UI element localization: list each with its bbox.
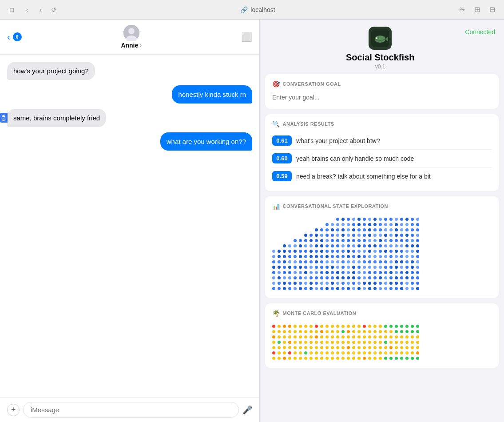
state-dot (310, 287, 313, 290)
chat-header-right: ⬜ (241, 32, 252, 42)
monte-carlo-dot (405, 346, 409, 349)
state-dot (331, 234, 334, 237)
monte-carlo-dot (299, 351, 302, 354)
state-dot (416, 276, 419, 279)
monte-carlo-dot (384, 351, 387, 354)
monte-carlo-dot (331, 357, 334, 360)
state-dot (310, 244, 313, 247)
state-dot (411, 260, 414, 263)
monte-carlo-dot (304, 325, 307, 328)
back-button[interactable]: ‹ (22, 5, 32, 15)
monte-carlo-dot (352, 341, 355, 344)
extensions-icon[interactable]: ✳ (457, 5, 467, 15)
state-dot (315, 239, 318, 242)
state-dot (395, 282, 398, 285)
state-dot (363, 223, 366, 226)
monte-carlo-dot (299, 341, 302, 344)
analysis-text-3: need a break? talk about something else … (296, 173, 431, 180)
monte-carlo-dot (283, 330, 286, 333)
browser-controls: ‹ › ↺ (22, 5, 59, 15)
state-dot (368, 244, 371, 247)
state-dot (363, 244, 366, 247)
state-dot (373, 234, 377, 237)
contact-name[interactable]: Annie › (121, 42, 142, 49)
monte-carlo-dot (272, 357, 275, 360)
monte-carlo-dot (405, 330, 409, 333)
monte-carlo-dot (416, 335, 419, 338)
monte-carlo-dot (310, 351, 313, 354)
state-dot (416, 223, 419, 226)
state-dot (368, 271, 371, 274)
monte-carlo-dot (294, 351, 297, 354)
state-dot (320, 276, 323, 279)
state-dot (395, 276, 398, 279)
state-dot (310, 266, 313, 269)
state-dot (416, 260, 419, 263)
back-button[interactable]: ‹ (7, 32, 10, 42)
app-version: v0.1 (375, 64, 385, 70)
url-text: localhost (250, 6, 275, 13)
state-dot (352, 250, 355, 253)
analysis-title: 🔍 ANALYSIS RESULTS (272, 120, 492, 127)
state-dot (384, 223, 387, 226)
state-dot (272, 260, 275, 263)
message-input[interactable] (23, 402, 239, 418)
state-dot (400, 287, 403, 290)
share-icon[interactable]: ⊞ (472, 5, 482, 15)
monte-carlo-dot (299, 346, 302, 349)
state-dot (384, 260, 387, 263)
monte-carlo-dot (283, 346, 286, 349)
add-attachment-button[interactable]: + (7, 404, 20, 416)
state-dot (416, 250, 419, 253)
analysis-text-1: what's your project about btw? (296, 137, 380, 144)
state-dot (416, 228, 419, 231)
monte-carlo-dot (315, 351, 318, 354)
monte-carlo-dot (411, 335, 414, 338)
monte-carlo-dot (325, 351, 329, 354)
state-dot (368, 250, 371, 253)
state-dot (400, 234, 403, 237)
state-dot (278, 287, 281, 290)
sidebar-toggle-icon[interactable]: ⊡ (7, 5, 17, 15)
monte-carlo-dot (294, 325, 297, 328)
state-dot (341, 255, 345, 258)
goal-input[interactable] (272, 92, 492, 103)
contact-chevron-icon: › (140, 42, 142, 48)
monte-carlo-dot (379, 341, 382, 344)
reload-button[interactable]: ↺ (49, 5, 59, 15)
state-dot (336, 239, 339, 242)
monte-carlo-dot (389, 330, 393, 333)
state-dot (368, 228, 371, 231)
state-dot (331, 239, 334, 242)
monte-carlo-dot (416, 330, 419, 333)
forward-button[interactable]: › (36, 5, 45, 15)
app-header: Social Stockfish v0.1 Connected (260, 20, 504, 74)
state-dot (384, 276, 387, 279)
monte-carlo-dot (310, 325, 313, 328)
message-row: what are you working on?? (7, 132, 252, 151)
state-dot (347, 282, 350, 285)
state-dot (347, 287, 350, 290)
state-dot (294, 276, 297, 279)
monte-carlo-dot (304, 341, 307, 344)
state-dot (416, 239, 419, 242)
mic-icon[interactable]: 🎤 (242, 405, 252, 415)
address-bar[interactable]: 🔗 localhost (64, 6, 452, 13)
state-dot (405, 276, 409, 279)
video-call-icon[interactable]: ⬜ (241, 32, 252, 42)
state-dot (405, 218, 409, 221)
state-dot (272, 282, 275, 285)
state-dot (400, 244, 403, 247)
state-dot (315, 228, 318, 231)
monte-carlo-dot (341, 341, 345, 344)
state-dot (315, 266, 318, 269)
monte-carlo-dot (320, 346, 323, 349)
state-dot (325, 255, 329, 258)
sidebar-icon[interactable]: ⊟ (487, 5, 497, 15)
state-dot (336, 287, 339, 290)
state-dot (304, 271, 307, 274)
monte-carlo-dot (304, 335, 307, 338)
monte-carlo-dot (400, 341, 403, 344)
state-dot (400, 228, 403, 231)
monte-carlo-grid (272, 321, 492, 362)
